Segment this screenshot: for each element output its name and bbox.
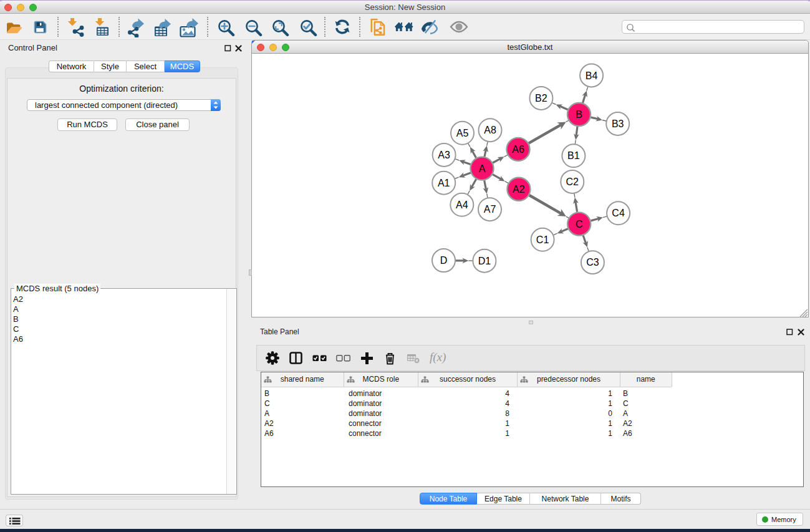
svg-text:A7: A7: [484, 204, 496, 215]
svg-text:A6: A6: [512, 144, 524, 155]
svg-text:A8: A8: [484, 125, 496, 135]
svg-text:D1: D1: [478, 256, 491, 266]
svg-text:B2: B2: [535, 93, 547, 104]
svg-text:C4: C4: [612, 208, 625, 218]
svg-text:C2: C2: [566, 177, 579, 187]
svg-text:B1: B1: [567, 150, 580, 161]
svg-text:A3: A3: [438, 150, 450, 160]
svg-text:A4: A4: [456, 200, 468, 210]
svg-text:B4: B4: [586, 70, 598, 81]
svg-text:f(x): f(x): [430, 351, 446, 364]
svg-text:C: C: [576, 219, 583, 230]
svg-text:B3: B3: [612, 118, 624, 129]
svg-text:C3: C3: [586, 257, 599, 268]
svg-text:C1: C1: [536, 235, 549, 245]
svg-text:B: B: [576, 109, 582, 120]
svg-text:A2: A2: [513, 184, 525, 195]
svg-text:A: A: [479, 163, 486, 174]
svg-text:D: D: [440, 255, 448, 266]
svg-text:A1: A1: [438, 178, 450, 188]
svg-text:A5: A5: [456, 128, 469, 138]
